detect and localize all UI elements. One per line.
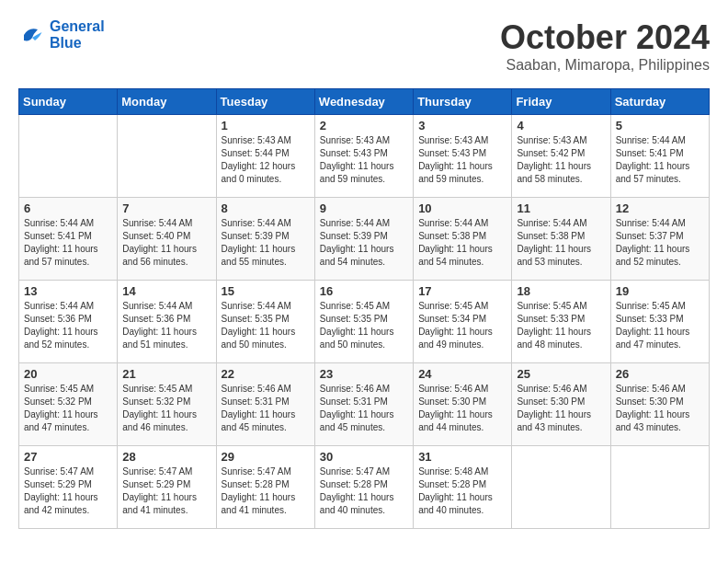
day-info: Sunrise: 5:45 AMSunset: 5:32 PMDaylight:… [122,383,210,434]
calendar-cell [512,446,610,529]
month-title: October 2024 [500,18,710,57]
day-info: Sunrise: 5:43 AMSunset: 5:43 PMDaylight:… [320,134,408,186]
day-info: Sunrise: 5:43 AMSunset: 5:43 PMDaylight:… [418,134,506,186]
calendar-week-3: 13Sunrise: 5:44 AMSunset: 5:36 PMDayligh… [19,281,710,363]
calendar-cell: 11Sunrise: 5:44 AMSunset: 5:38 PMDayligh… [512,198,610,281]
day-info: Sunrise: 5:44 AMSunset: 5:39 PMDaylight:… [222,217,310,269]
day-number: 8 [222,201,310,215]
calendar-table: Sunday Monday Tuesday Wednesday Thursday… [18,88,710,529]
calendar-cell: 25Sunrise: 5:46 AMSunset: 5:30 PMDayligh… [512,363,610,446]
logo: General Blue [18,18,105,52]
day-info: Sunrise: 5:47 AMSunset: 5:28 PMDaylight:… [320,465,408,517]
calendar-cell: 27Sunrise: 5:47 AMSunset: 5:29 PMDayligh… [19,446,118,529]
day-number: 3 [418,119,506,132]
day-info: Sunrise: 5:46 AMSunset: 5:31 PMDaylight:… [320,383,408,434]
title-block: October 2024 Saaban, Mimaropa, Philippin… [500,18,710,74]
day-info: Sunrise: 5:47 AMSunset: 5:29 PMDaylight:… [24,465,112,517]
calendar-cell: 29Sunrise: 5:47 AMSunset: 5:28 PMDayligh… [216,446,314,529]
calendar-cell: 23Sunrise: 5:46 AMSunset: 5:31 PMDayligh… [314,363,413,446]
calendar-cell: 1Sunrise: 5:43 AMSunset: 5:44 PMDaylight… [216,115,314,198]
day-number: 11 [517,201,605,215]
calendar-cell: 19Sunrise: 5:45 AMSunset: 5:33 PMDayligh… [610,281,709,363]
day-number: 1 [222,119,310,132]
calendar-cell: 9Sunrise: 5:44 AMSunset: 5:39 PMDaylight… [314,198,413,281]
calendar-cell: 26Sunrise: 5:46 AMSunset: 5:30 PMDayligh… [610,363,709,446]
day-info: Sunrise: 5:44 AMSunset: 5:38 PMDaylight:… [517,217,605,269]
calendar-cell: 30Sunrise: 5:47 AMSunset: 5:28 PMDayligh… [314,446,413,529]
day-info: Sunrise: 5:46 AMSunset: 5:30 PMDaylight:… [517,383,605,434]
day-number: 4 [517,119,605,132]
day-number: 30 [320,450,408,464]
day-number: 18 [517,284,605,298]
day-number: 17 [418,284,506,298]
day-number: 24 [418,367,506,381]
day-info: Sunrise: 5:45 AMSunset: 5:33 PMDaylight:… [616,300,704,351]
col-saturday: Saturday [610,89,709,115]
calendar-cell: 12Sunrise: 5:44 AMSunset: 5:37 PMDayligh… [610,198,709,281]
day-info: Sunrise: 5:45 AMSunset: 5:35 PMDaylight:… [320,300,408,351]
day-number: 22 [222,367,310,381]
header-row: Sunday Monday Tuesday Wednesday Thursday… [19,89,710,115]
day-number: 20 [24,367,112,381]
col-sunday: Sunday [19,89,118,115]
col-monday: Monday [118,89,216,115]
calendar-cell: 21Sunrise: 5:45 AMSunset: 5:32 PMDayligh… [118,363,216,446]
day-number: 13 [24,284,112,298]
day-number: 5 [616,119,704,132]
day-info: Sunrise: 5:44 AMSunset: 5:39 PMDaylight:… [320,217,408,269]
calendar-cell: 2Sunrise: 5:43 AMSunset: 5:43 PMDaylight… [314,115,413,198]
calendar-cell: 13Sunrise: 5:44 AMSunset: 5:36 PMDayligh… [19,281,118,363]
col-wednesday: Wednesday [314,89,413,115]
day-info: Sunrise: 5:43 AMSunset: 5:42 PMDaylight:… [517,134,605,186]
calendar-cell: 7Sunrise: 5:44 AMSunset: 5:40 PMDaylight… [118,198,216,281]
day-number: 12 [616,201,704,215]
day-number: 9 [320,201,408,215]
logo-text: General Blue [50,18,105,52]
day-info: Sunrise: 5:44 AMSunset: 5:35 PMDaylight:… [222,300,310,351]
day-info: Sunrise: 5:44 AMSunset: 5:36 PMDaylight:… [24,300,112,351]
day-number: 29 [222,450,310,464]
calendar-cell: 24Sunrise: 5:46 AMSunset: 5:30 PMDayligh… [414,363,512,446]
calendar-cell: 20Sunrise: 5:45 AMSunset: 5:32 PMDayligh… [19,363,118,446]
calendar-cell: 3Sunrise: 5:43 AMSunset: 5:43 PMDaylight… [414,115,512,198]
calendar-cell: 15Sunrise: 5:44 AMSunset: 5:35 PMDayligh… [216,281,314,363]
day-info: Sunrise: 5:44 AMSunset: 5:40 PMDaylight:… [122,217,210,269]
calendar-cell: 6Sunrise: 5:44 AMSunset: 5:41 PMDaylight… [19,198,118,281]
calendar-week-4: 20Sunrise: 5:45 AMSunset: 5:32 PMDayligh… [19,363,710,446]
day-number: 19 [616,284,704,298]
day-info: Sunrise: 5:46 AMSunset: 5:31 PMDaylight:… [222,383,310,434]
calendar-cell: 5Sunrise: 5:44 AMSunset: 5:41 PMDaylight… [610,115,709,198]
day-number: 15 [222,284,310,298]
day-info: Sunrise: 5:44 AMSunset: 5:37 PMDaylight:… [616,217,704,269]
day-number: 26 [616,367,704,381]
calendar-cell [610,446,709,529]
day-info: Sunrise: 5:46 AMSunset: 5:30 PMDaylight:… [418,383,506,434]
calendar-cell: 28Sunrise: 5:47 AMSunset: 5:29 PMDayligh… [118,446,216,529]
day-number: 7 [122,201,210,215]
calendar-cell: 31Sunrise: 5:48 AMSunset: 5:28 PMDayligh… [414,446,512,529]
calendar-cell: 8Sunrise: 5:44 AMSunset: 5:39 PMDaylight… [216,198,314,281]
day-number: 27 [24,450,112,464]
day-info: Sunrise: 5:44 AMSunset: 5:41 PMDaylight:… [616,134,704,186]
calendar-cell: 22Sunrise: 5:46 AMSunset: 5:31 PMDayligh… [216,363,314,446]
day-number: 10 [418,201,506,215]
day-number: 21 [122,367,210,381]
calendar-cell: 18Sunrise: 5:45 AMSunset: 5:33 PMDayligh… [512,281,610,363]
day-number: 31 [418,450,506,464]
day-info: Sunrise: 5:45 AMSunset: 5:34 PMDaylight:… [418,300,506,351]
calendar-cell: 14Sunrise: 5:44 AMSunset: 5:36 PMDayligh… [118,281,216,363]
col-friday: Friday [512,89,610,115]
day-info: Sunrise: 5:45 AMSunset: 5:33 PMDaylight:… [517,300,605,351]
calendar-week-1: 1Sunrise: 5:43 AMSunset: 5:44 PMDaylight… [19,115,710,198]
page-header: General Blue October 2024 Saaban, Mimaro… [18,18,710,74]
col-tuesday: Tuesday [216,89,314,115]
day-number: 16 [320,284,408,298]
day-info: Sunrise: 5:44 AMSunset: 5:36 PMDaylight:… [122,300,210,351]
calendar-cell: 16Sunrise: 5:45 AMSunset: 5:35 PMDayligh… [314,281,413,363]
logo-icon [18,21,46,49]
day-info: Sunrise: 5:47 AMSunset: 5:29 PMDaylight:… [122,465,210,517]
calendar-cell: 4Sunrise: 5:43 AMSunset: 5:42 PMDaylight… [512,115,610,198]
day-number: 25 [517,367,605,381]
day-info: Sunrise: 5:45 AMSunset: 5:32 PMDaylight:… [24,383,112,434]
day-info: Sunrise: 5:44 AMSunset: 5:38 PMDaylight:… [418,217,506,269]
